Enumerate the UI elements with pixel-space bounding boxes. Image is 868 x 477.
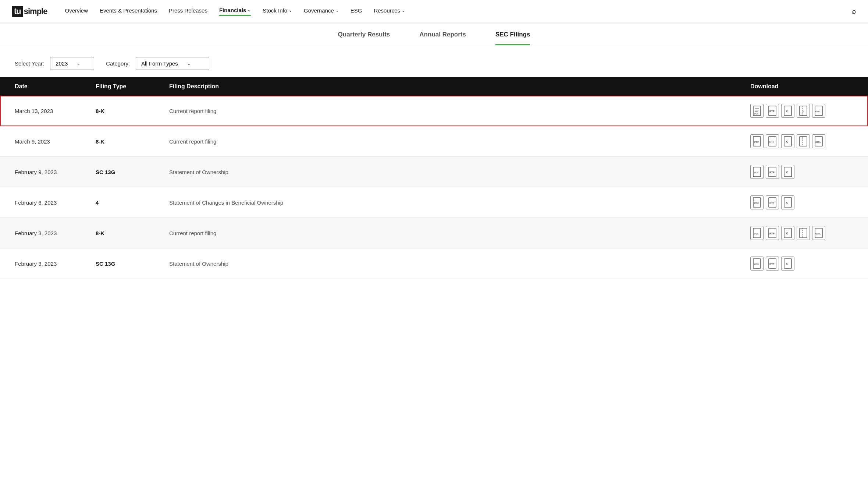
svg-rect-20 <box>800 137 807 146</box>
svg-text:XBRL: XBRL <box>815 233 821 235</box>
svg-text:X: X <box>786 140 788 144</box>
row-type: 8-K <box>96 108 169 114</box>
table-row: February 3, 2023 SC 13G Statement of Own… <box>0 248 868 279</box>
svg-text:XBRL: XBRL <box>815 110 821 113</box>
row-type: SC 13G <box>96 169 169 175</box>
row-downloads: PDF RTF X XBRL <box>750 226 853 240</box>
nav-stockinfo[interactable]: Stock Info ⌄ <box>263 7 292 15</box>
svg-text:RTF: RTF <box>769 141 775 143</box>
year-filter-label: Select Year: <box>15 60 44 67</box>
download-xbrl[interactable]: XBRL <box>812 226 825 240</box>
resources-chevron-icon: ⌄ <box>402 8 405 13</box>
download-xbrl[interactable]: XBRL <box>812 134 825 148</box>
download-zip[interactable]: ≡ <box>797 104 810 118</box>
logo-simple: simple <box>24 7 47 16</box>
download-rtf[interactable]: RTF <box>766 195 779 209</box>
svg-text:PDF: PDF <box>754 233 759 235</box>
svg-text:X: X <box>786 170 788 174</box>
nav-press[interactable]: Press Releases <box>169 7 207 15</box>
row-type: 8-K <box>96 138 169 145</box>
row-downloads: PDF RTF X <box>750 195 853 209</box>
download-pdf[interactable]: PDF <box>750 165 764 179</box>
category-value: All Form Types <box>141 60 178 67</box>
svg-text:≡: ≡ <box>803 110 804 113</box>
download-xls[interactable]: X <box>781 104 794 118</box>
nav-events[interactable]: Events & Presentations <box>100 7 157 15</box>
tab-quarterly[interactable]: Quarterly Results <box>338 31 390 45</box>
download-rtf[interactable]: RTF <box>766 134 779 148</box>
col-type: Filing Type <box>96 83 169 90</box>
svg-text:PDF: PDF <box>754 113 759 115</box>
governance-chevron-icon: ⌄ <box>335 8 339 13</box>
nav-financials[interactable]: Financials ⌄ <box>219 7 251 16</box>
svg-text:PDF: PDF <box>754 263 759 265</box>
download-pdf[interactable]: PDF <box>750 195 764 209</box>
row-date: March 13, 2023 <box>15 108 96 114</box>
stockinfo-chevron-icon: ⌄ <box>289 8 292 13</box>
download-rtf[interactable]: RTF <box>766 226 779 240</box>
svg-text:X: X <box>786 232 788 235</box>
download-xls[interactable]: X <box>781 165 794 179</box>
download-xls[interactable]: X <box>781 226 794 240</box>
row-desc: Statement of Ownership <box>169 169 750 175</box>
row-desc: Current report filing <box>169 138 750 145</box>
table-row: February 9, 2023 SC 13G Statement of Own… <box>0 157 868 187</box>
download-xls[interactable]: X <box>781 134 794 148</box>
svg-text:RTF: RTF <box>769 171 775 174</box>
row-date: March 9, 2023 <box>15 138 96 145</box>
download-xbrl[interactable]: XBRL <box>812 104 825 118</box>
nav-esg[interactable]: ESG <box>351 7 362 15</box>
download-pdf[interactable]: PDF <box>750 257 764 271</box>
row-desc: Statement of Ownership <box>169 261 750 267</box>
download-rtf[interactable]: RTF <box>766 257 779 271</box>
category-select[interactable]: All Form Types ⌄ <box>136 57 209 70</box>
filters-bar: Select Year: 2023 ⌄ Category: All Form T… <box>0 45 868 77</box>
row-desc: Statement of Changes in Beneficial Owner… <box>169 199 750 206</box>
logo-tu: tu <box>12 6 23 17</box>
financials-chevron-icon: ⌄ <box>248 8 251 13</box>
download-rtf[interactable]: RTF <box>766 104 779 118</box>
nav-resources[interactable]: Resources ⌄ <box>374 7 405 15</box>
row-desc: Current report filing <box>169 108 750 114</box>
download-rtf[interactable]: RTF <box>766 165 779 179</box>
row-downloads: PDF RTF X XBRL <box>750 134 853 148</box>
row-date: February 3, 2023 <box>15 230 96 236</box>
svg-text:RTF: RTF <box>769 232 775 235</box>
row-downloads: PDF RTF X <box>750 165 853 179</box>
table-row: February 6, 2023 4 Statement of Changes … <box>0 187 868 218</box>
filings-table: Date Filing Type Filing Description Down… <box>0 77 868 279</box>
year-value: 2023 <box>56 60 68 67</box>
search-icon[interactable]: ⌕ <box>852 7 856 15</box>
logo[interactable]: tu simple <box>12 6 47 17</box>
col-desc: Filing Description <box>169 83 750 90</box>
navbar: tu simple Overview Events & Presentation… <box>0 0 868 24</box>
row-desc: Current report filing <box>169 230 750 236</box>
table-row: March 13, 2023 8-K Current report filing… <box>0 96 868 126</box>
svg-text:X: X <box>786 201 788 205</box>
download-xls[interactable]: X <box>781 257 794 271</box>
download-pdf[interactable]: PDF <box>750 226 764 240</box>
row-type: 8-K <box>96 230 169 236</box>
download-zip[interactable] <box>797 134 810 148</box>
nav-overview[interactable]: Overview <box>65 7 88 15</box>
download-pdf[interactable]: PDF <box>750 134 764 148</box>
nav-governance[interactable]: Governance ⌄ <box>304 7 339 15</box>
year-select[interactable]: 2023 ⌄ <box>50 57 94 70</box>
row-date: February 9, 2023 <box>15 169 96 175</box>
nav-links: Overview Events & Presentations Press Re… <box>65 7 852 16</box>
row-downloads: PDF RTF X ≡ <box>750 104 853 118</box>
download-pdf[interactable]: PDF <box>750 104 764 118</box>
svg-text:X: X <box>786 262 788 266</box>
svg-text:RTF: RTF <box>769 110 775 113</box>
table-row: March 9, 2023 8-K Current report filing … <box>0 126 868 157</box>
svg-text:RTF: RTF <box>769 202 775 204</box>
svg-rect-42 <box>800 228 807 238</box>
tab-annual[interactable]: Annual Reports <box>419 31 466 45</box>
row-type: 4 <box>96 199 169 206</box>
year-chevron-icon: ⌄ <box>77 61 81 66</box>
download-xls[interactable]: X <box>781 195 794 209</box>
svg-text:X: X <box>786 109 788 113</box>
tab-sec[interactable]: SEC Filings <box>495 31 530 45</box>
row-downloads: PDF RTF X <box>750 257 853 271</box>
download-zip[interactable] <box>797 226 810 240</box>
